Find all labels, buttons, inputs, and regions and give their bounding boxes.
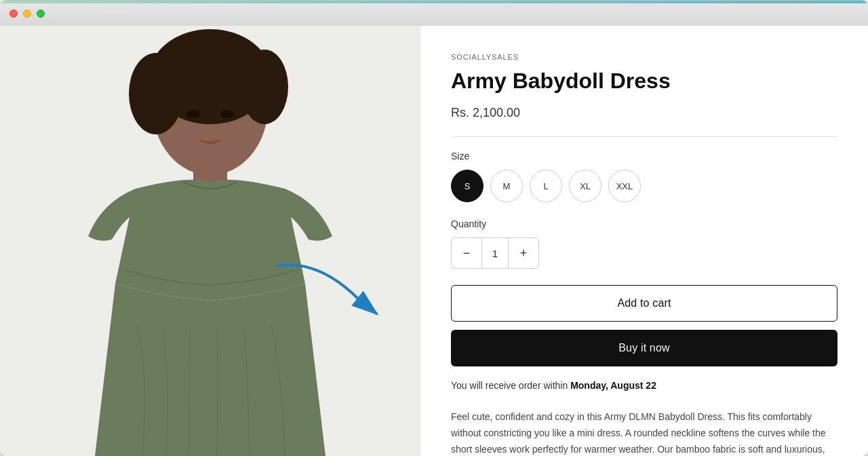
page-content: SOCIALLYSALES Army Babydoll Dress Rs. 2,… — [0, 26, 868, 456]
minimize-button[interactable] — [23, 10, 31, 18]
size-s[interactable]: S — [451, 170, 484, 202]
browser-window: SOCIALLYSALES Army Babydoll Dress Rs. 2,… — [0, 0, 868, 456]
product-panel: SOCIALLYSALES Army Babydoll Dress Rs. 2,… — [420, 26, 868, 456]
product-price: Rs. 2,100.00 — [451, 106, 837, 120]
delivery-text-plain: You will receive order within — [451, 380, 570, 391]
size-xxl[interactable]: XXL — [608, 170, 641, 202]
add-to-cart-button[interactable]: Add to cart — [451, 285, 837, 322]
quantity-increase[interactable]: + — [509, 238, 538, 268]
svg-point-8 — [186, 110, 200, 118]
delivery-date: Monday, August 22 — [570, 380, 656, 391]
divider-1 — [451, 136, 837, 137]
product-image — [0, 26, 420, 456]
delivery-info: You will receive order within Monday, Au… — [451, 379, 837, 393]
title-bar — [0, 0, 868, 26]
svg-point-9 — [220, 110, 234, 118]
maximize-button[interactable] — [37, 10, 45, 18]
size-xl[interactable]: XL — [569, 170, 601, 202]
size-m[interactable]: M — [490, 170, 523, 202]
svg-point-6 — [241, 50, 288, 124]
image-panel — [0, 26, 420, 456]
svg-point-5 — [129, 53, 183, 134]
quantity-label: Quantity — [451, 218, 837, 229]
model-svg — [0, 26, 420, 456]
size-label: Size — [451, 151, 837, 162]
product-description: Feel cute, confident and cozy in this Ar… — [451, 409, 837, 456]
size-l[interactable]: L — [530, 170, 562, 202]
quantity-decrease[interactable]: − — [452, 238, 481, 268]
quantity-value: 1 — [481, 238, 509, 268]
close-button[interactable] — [9, 10, 18, 18]
blue-arrow-svg — [264, 246, 420, 327]
quantity-control: − 1 + — [451, 238, 539, 269]
buy-now-button[interactable]: Buy it now — [451, 330, 837, 366]
product-title: Army Babydoll Dress — [451, 68, 837, 94]
size-options: S M L XL XXL — [451, 170, 837, 202]
brand-name: SOCIALLYSALES — [451, 53, 837, 61]
